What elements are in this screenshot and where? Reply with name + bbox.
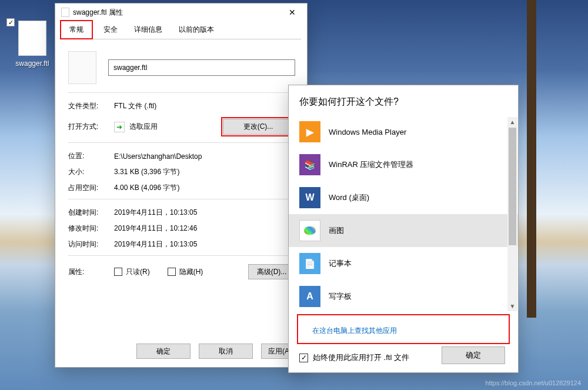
value-accessed: 2019年4月11日，10:13:05 [114, 239, 197, 249]
app-winrar[interactable]: 📚WinRAR 压缩文件管理器 [289, 148, 518, 181]
tab-previous[interactable]: 以前的版本 [171, 21, 222, 39]
wordpad-icon: A [299, 286, 320, 307]
wmp-icon: ▶ [299, 121, 320, 142]
titlebar[interactable]: swagger.ftl 属性 ✕ [55, 4, 307, 21]
cancel-button[interactable]: 取消 [199, 344, 253, 359]
app-label: Word (桌面) [329, 192, 369, 203]
tab-security[interactable]: 安全 [95, 21, 126, 39]
tab-details[interactable]: 详细信息 [126, 21, 171, 39]
label-size: 大小: [68, 167, 114, 177]
app-label: 画图 [329, 225, 344, 236]
openwith-app-icon: ➜ [114, 122, 125, 132]
properties-content: 文件类型:FTL 文件 (.ftl) 打开方式: ➜ 选取应用 更改(C)...… [55, 39, 307, 291]
properties-dialog: swagger.ftl 属性 ✕ 常规 安全 详细信息 以前的版本 文件类型:F… [55, 3, 308, 368]
highlight-more-apps: 在这台电脑上查找其他应用 [297, 314, 510, 344]
app-label: 写字板 [329, 291, 352, 302]
winrar-icon: 📚 [299, 154, 320, 175]
open-with-dialog: 你要如何打开这个文件? ▶Windows Media Player 📚WinRA… [288, 85, 519, 373]
app-wordpad[interactable]: A写字板 [289, 280, 518, 309]
app-label: Windows Media Player [329, 128, 406, 136]
readonly-label: 只读(R) [126, 267, 150, 277]
ok-button[interactable]: 确定 [136, 344, 191, 359]
change-button[interactable]: 更改(C)... [223, 119, 293, 135]
highlight-change: 更改(C)... [221, 117, 295, 136]
word-icon: W [299, 187, 320, 208]
checkbox-readonly[interactable]: 只读(R) [114, 267, 150, 277]
tab-general[interactable]: 常规 [60, 20, 93, 39]
label-filetype: 文件类型: [68, 101, 114, 111]
app-list[interactable]: ▶Windows Media Player 📚WinRAR 压缩文件管理器 WW… [289, 115, 518, 309]
label-modified: 修改时间: [68, 224, 114, 234]
file-icon-large [68, 51, 96, 84]
value-size: 3.31 KB (3,396 字节) [114, 167, 179, 177]
open-with-ok-button[interactable]: 确定 [442, 346, 505, 364]
desktop-file-label: swagger.ftl [9, 59, 56, 68]
label-created: 创建时间: [68, 208, 114, 218]
tab-strip: 常规 安全 详细信息 以前的版本 [61, 21, 301, 39]
open-with-heading: 你要如何打开这个文件? [289, 85, 518, 115]
app-label: WinRAR 压缩文件管理器 [329, 159, 413, 170]
paint-icon [299, 220, 320, 241]
close-button[interactable]: ✕ [283, 4, 301, 21]
value-filetype: FTL 文件 (.ftl) [114, 101, 156, 111]
value-created: 2019年4月11日，10:13:05 [114, 208, 197, 218]
scroll-up-icon[interactable]: ▲ [507, 117, 517, 127]
label-attributes: 属性: [68, 267, 114, 277]
value-sizeondisk: 4.00 KB (4,096 字节) [114, 183, 179, 193]
watermark: https://blog.csdn.net/u012829124 [485, 379, 581, 386]
app-notepad[interactable]: 📄记事本 [289, 247, 518, 280]
app-label: 记事本 [329, 258, 352, 269]
always-use-label: 始终使用此应用打开 .ftl 文件 [313, 352, 409, 363]
label-accessed: 访问时间: [68, 239, 114, 249]
label-openwith: 打开方式: [68, 122, 114, 132]
label-sizeondisk: 占用空间: [68, 183, 114, 193]
value-modified: 2019年4月11日，10:12:46 [114, 224, 197, 234]
checkbox-hidden[interactable]: 隐藏(H) [168, 267, 203, 277]
selection-check-icon: ✓ [6, 18, 15, 26]
notepad-icon: 📄 [299, 253, 320, 274]
app-paint[interactable]: 画图 [289, 214, 518, 247]
app-word[interactable]: WWord (桌面) [289, 181, 518, 214]
background-mast [527, 0, 536, 318]
desktop-file-icon[interactable]: ✓ swagger.ftl [9, 21, 56, 68]
scroll-down-icon[interactable]: ▼ [507, 301, 517, 311]
value-openwith: 选取应用 [129, 122, 158, 132]
value-location: E:\Users\zhanghan\Desktop [114, 152, 202, 161]
always-use-checkbox[interactable]: ✓ [299, 354, 308, 362]
filename-input[interactable] [108, 59, 295, 76]
hidden-label: 隐藏(H) [179, 267, 203, 277]
app-wmp[interactable]: ▶Windows Media Player [289, 115, 518, 148]
find-more-apps-link[interactable]: 在这台电脑上查找其他应用 [309, 324, 400, 338]
scroll-thumb[interactable] [509, 128, 516, 245]
scrollbar[interactable]: ▲ ▼ [507, 117, 517, 311]
window-title: swagger.ftl 属性 [73, 4, 123, 21]
title-file-icon [61, 8, 69, 17]
label-location: 位置: [68, 151, 114, 161]
file-icon [18, 21, 46, 56]
